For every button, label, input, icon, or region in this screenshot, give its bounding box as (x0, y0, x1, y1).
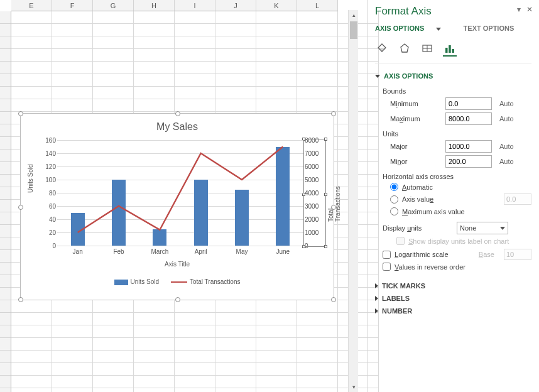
hcross-value-radio[interactable] (390, 195, 398, 204)
size-properties-icon[interactable] (420, 41, 434, 55)
close-icon[interactable]: ✕ (526, 5, 533, 14)
axis-options-icon[interactable] (443, 43, 457, 57)
row-headers (0, 11, 11, 392)
units-label: Units (383, 130, 531, 138)
display-units-select[interactable]: None (457, 222, 508, 234)
x-axis-title[interactable]: Axis Title (21, 261, 334, 268)
legend-swatch-bar (114, 280, 128, 285)
column-header[interactable]: J (215, 0, 256, 11)
resize-handle[interactable] (18, 111, 23, 116)
log-scale-checkbox[interactable] (383, 251, 391, 259)
resize-handle[interactable] (331, 297, 336, 302)
effects-icon[interactable] (398, 41, 411, 55)
column-header[interactable]: L (297, 0, 338, 11)
embedded-chart[interactable]: My Sales Units Sold Total Transactions 0… (20, 113, 334, 300)
resize-handle[interactable] (18, 297, 23, 302)
vertical-scrollbar[interactable]: ▴ ▾ (348, 10, 358, 392)
maximum-auto[interactable]: Auto (499, 115, 514, 122)
panel-tabs: AXIS OPTIONS TEXT OPTIONS (375, 24, 531, 33)
column-header[interactable]: G (93, 0, 134, 11)
hcross-automatic-radio[interactable] (390, 183, 398, 191)
major-auto[interactable]: Auto (499, 143, 514, 150)
column-header[interactable]: H (134, 0, 175, 11)
resize-handle[interactable] (331, 111, 336, 116)
svg-rect-6 (452, 49, 454, 53)
legend-entry[interactable]: Total Transactions (190, 278, 241, 285)
tab-axis-options[interactable]: AXIS OPTIONS (375, 24, 451, 32)
chart-legend[interactable]: Units Sold Total Transactions (21, 278, 334, 285)
resize-handle[interactable] (175, 297, 180, 302)
scroll-thumb[interactable] (350, 21, 357, 39)
legend-swatch-line (171, 281, 187, 283)
svg-rect-4 (445, 48, 448, 53)
primary-axis-title[interactable]: Units Sold (27, 164, 34, 193)
hcross-max-radio[interactable] (390, 207, 398, 215)
section-number[interactable]: NUMBER (375, 305, 531, 317)
column-headers: EFGHIJKL (11, 0, 338, 11)
format-axis-panel: ▾ ✕ Format Axis AXIS OPTIONS TEXT OPTION… (367, 0, 539, 392)
scroll-up-arrow[interactable]: ▴ (349, 10, 359, 20)
section-axis-options[interactable]: AXIS OPTIONS (375, 70, 531, 82)
hcross-value-input (504, 193, 531, 205)
option-icons (375, 39, 531, 63)
resize-handle[interactable] (175, 111, 180, 116)
minor-auto[interactable]: Auto (499, 158, 514, 165)
major-input[interactable] (445, 140, 492, 153)
section-tick-marks[interactable]: TICK MARKS (375, 280, 531, 292)
column-header[interactable]: E (11, 0, 52, 11)
primary-axis-ticks[interactable]: 020406080100120140160 (40, 140, 56, 246)
panel-controls: ▾ ✕ (513, 5, 533, 14)
section-labels[interactable]: LABELS (375, 292, 531, 305)
maximum-input[interactable] (445, 112, 492, 125)
column-header[interactable]: I (175, 0, 215, 11)
reverse-order-checkbox[interactable] (383, 263, 391, 271)
svg-marker-0 (401, 44, 408, 52)
display-units-label: Display units (383, 224, 452, 232)
fill-line-icon[interactable] (375, 41, 389, 55)
minimum-input[interactable] (445, 97, 492, 110)
tab-text-options[interactable]: TEXT OPTIONS (464, 24, 514, 32)
bounds-label: Bounds (383, 87, 531, 95)
plot-area[interactable] (57, 140, 303, 246)
show-display-units-checkbox (396, 237, 405, 245)
resize-handle[interactable] (18, 205, 23, 210)
column-header[interactable]: F (52, 0, 93, 11)
legend-entry[interactable]: Units Sold (131, 278, 160, 285)
base-input (504, 249, 531, 260)
major-label: Major (390, 143, 440, 150)
category-axis-ticks[interactable]: JanFebMarchAprilMayJune (57, 248, 303, 258)
hcross-label: Horizontal axis crosses (383, 173, 531, 180)
minor-input[interactable] (445, 155, 492, 168)
secondary-axis-title[interactable]: Total Transactions (327, 186, 341, 222)
maximum-label: Maximum (390, 115, 440, 122)
line-series[interactable] (57, 140, 303, 246)
minor-label: Minor (390, 158, 440, 165)
chart-title[interactable]: My Sales (21, 114, 334, 133)
svg-rect-5 (449, 45, 451, 53)
minimum-label: Minimum (390, 100, 440, 107)
spreadsheet-grid[interactable]: EFGHIJKL ▴ ▾ My Sales Units Sold Total T… (0, 0, 358, 392)
secondary-axis-selection[interactable] (303, 139, 326, 247)
scroll-down-arrow[interactable]: ▾ (349, 382, 359, 392)
column-header[interactable]: K (256, 0, 297, 11)
minimum-auto[interactable]: Auto (499, 100, 514, 107)
base-label: Base (479, 251, 494, 258)
task-pane-options-icon[interactable]: ▾ (517, 5, 521, 14)
panel-title: Format Axis (375, 5, 531, 18)
